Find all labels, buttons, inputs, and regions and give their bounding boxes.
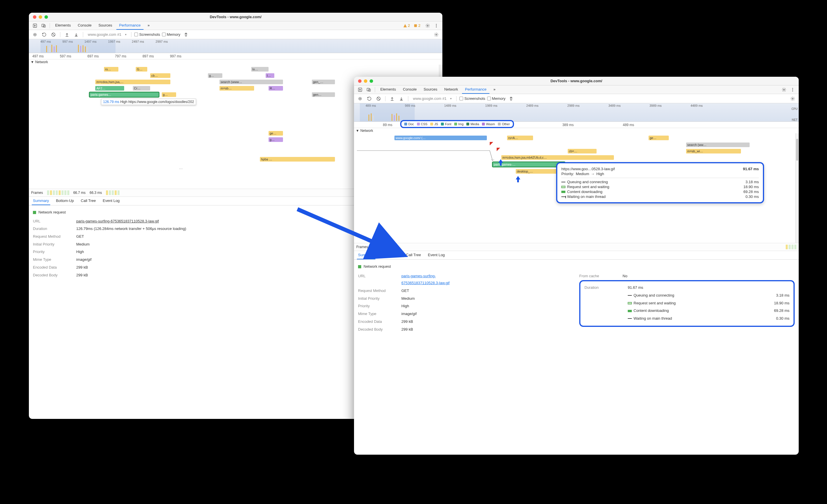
close-icon[interactable] bbox=[33, 15, 36, 19]
issues-badge[interactable]: 2 bbox=[414, 23, 421, 28]
recording-select[interactable]: www.google.com #1 bbox=[411, 96, 453, 101]
tab-eventlog[interactable]: Event Log bbox=[102, 197, 121, 205]
settings-icon[interactable] bbox=[424, 22, 431, 30]
memory-checkbox[interactable]: Memory bbox=[162, 32, 181, 37]
titlebar[interactable]: DevTools - www.google.com/ bbox=[29, 13, 442, 21]
tab-bottomup[interactable]: Bottom-Up bbox=[55, 197, 75, 205]
flame-bar[interactable]: m=sb… bbox=[220, 86, 254, 91]
flame-bar[interactable]: AF2… bbox=[95, 86, 124, 91]
tab-elements[interactable]: Elements bbox=[52, 21, 74, 30]
zoom-icon[interactable] bbox=[44, 15, 48, 19]
clear-icon[interactable] bbox=[375, 95, 382, 102]
minimize-icon[interactable] bbox=[364, 79, 367, 83]
flame-bar[interactable]: lo… bbox=[251, 67, 269, 71]
flame-bar[interactable]: g… bbox=[269, 137, 283, 142]
flame-bar[interactable]: cb=… bbox=[568, 149, 596, 154]
tab-elements[interactable]: Elements bbox=[377, 86, 399, 94]
kebab-icon[interactable] bbox=[789, 86, 796, 94]
tab-sources[interactable]: Sources bbox=[96, 21, 115, 30]
more-tabs-icon[interactable]: » bbox=[145, 21, 152, 30]
minimize-icon[interactable] bbox=[39, 15, 42, 19]
clear-icon[interactable] bbox=[50, 31, 57, 38]
upload-icon[interactable] bbox=[388, 95, 396, 102]
annotation-arrow-icon bbox=[295, 206, 416, 264]
tab-summary[interactable]: Summary bbox=[32, 197, 50, 205]
panel-tabs: Elements Console Sources Network Perform… bbox=[354, 86, 799, 94]
flame-bar-selected[interactable]: paris-games-… bbox=[493, 162, 565, 167]
tab-console[interactable]: Console bbox=[400, 86, 420, 94]
ellipsis-indicator: … bbox=[179, 166, 183, 170]
recording-select[interactable]: www.google.com #1 bbox=[86, 32, 128, 37]
flame-bar[interactable]: gen_… bbox=[312, 79, 335, 84]
flame-bar[interactable]: cb… bbox=[150, 73, 171, 78]
vertical-scrollbar[interactable] bbox=[795, 133, 799, 243]
inspect-icon[interactable] bbox=[356, 86, 364, 94]
flame-bar-selected[interactable]: paris-games… bbox=[90, 92, 159, 97]
flame-bar[interactable]: m=sb_wi… bbox=[686, 149, 741, 154]
flame-bar[interactable]: g… bbox=[208, 73, 222, 78]
reload-record-icon[interactable] bbox=[366, 95, 373, 102]
upload-icon[interactable] bbox=[63, 31, 71, 38]
tab-sources[interactable]: Sources bbox=[421, 86, 440, 94]
settings-icon[interactable] bbox=[780, 86, 788, 94]
gc-icon[interactable] bbox=[182, 31, 190, 38]
network-track-header[interactable]: ▼ Network bbox=[29, 59, 50, 65]
tab-network[interactable]: Network bbox=[441, 86, 461, 94]
request-url-link[interactable]: paris-games-surfing-6753651837110528.3-l… bbox=[76, 218, 159, 225]
tab-eventlog[interactable]: Event Log bbox=[427, 251, 446, 259]
overview-timeline[interactable]: 497 ms 997 ms 1497 ms 1997 ms 2497 ms 29… bbox=[29, 39, 442, 53]
record-icon[interactable] bbox=[356, 95, 364, 102]
reload-record-icon[interactable] bbox=[40, 31, 48, 38]
flame-bar[interactable]: m=cdos,hsm,jsa,mb4ZUb,d,c… bbox=[501, 155, 614, 160]
frames-track[interactable]: Frames bbox=[354, 243, 799, 251]
flame-bar[interactable]: G… bbox=[136, 67, 147, 71]
flame-bar[interactable]: I… bbox=[266, 73, 274, 78]
device-toggle-icon[interactable] bbox=[40, 22, 47, 30]
flame-bar[interactable]: gen… bbox=[312, 92, 335, 97]
flame-bar[interactable]: search (www… bbox=[220, 79, 283, 84]
flame-bar[interactable]: R… bbox=[269, 86, 283, 91]
svg-rect-3 bbox=[414, 24, 417, 27]
more-tabs-icon[interactable]: » bbox=[491, 86, 498, 94]
warnings-badge[interactable]: 2 bbox=[403, 23, 410, 28]
tab-console[interactable]: Console bbox=[75, 21, 94, 30]
flame-bar[interactable]: rs=A… bbox=[507, 135, 533, 140]
flame-bar[interactable]: search (ww… bbox=[686, 143, 749, 147]
network-flamechart[interactable]: www.google.com/ (… rs=A… ge… cb=… search… bbox=[354, 133, 799, 243]
titlebar[interactable]: DevTools - www.google.com/ bbox=[354, 77, 799, 86]
hover-tooltip: 126.79 ms High https://www.google.com/lo… bbox=[101, 99, 196, 105]
kebab-icon[interactable] bbox=[433, 22, 440, 30]
flame-bar[interactable]: m=cdos,hsm,jsa,… bbox=[95, 79, 171, 84]
perf-settings-icon[interactable] bbox=[433, 31, 440, 38]
tab-performance[interactable]: Performance bbox=[462, 86, 489, 94]
flame-bar[interactable]: ge… bbox=[269, 131, 283, 135]
flame-bar[interactable]: Cr… bbox=[133, 86, 150, 91]
flame-bar[interactable]: ge… bbox=[648, 135, 669, 140]
gc-icon[interactable] bbox=[507, 95, 515, 102]
zoom-icon[interactable] bbox=[370, 79, 373, 83]
perf-settings-icon[interactable] bbox=[789, 95, 796, 102]
inspect-icon[interactable] bbox=[31, 22, 39, 30]
device-toggle-icon[interactable] bbox=[365, 86, 373, 94]
request-url-link[interactable]: paris-games-surfing-6753651837110528.3-l… bbox=[401, 274, 450, 285]
flame-bar[interactable]: hpba … bbox=[260, 157, 335, 162]
tab-performance[interactable]: Performance bbox=[116, 21, 144, 30]
svg-point-5 bbox=[436, 24, 437, 25]
time-ruler[interactable]: 497 ms 597 ms 697 ms 797 ms 897 ms 997 m… bbox=[29, 53, 442, 59]
tab-calltree[interactable]: Call Tree bbox=[80, 197, 97, 205]
network-track-header[interactable]: ▼ Network bbox=[354, 128, 375, 133]
memory-checkbox[interactable]: Memory bbox=[487, 96, 505, 101]
svg-point-22 bbox=[792, 98, 793, 99]
screenshots-checkbox[interactable]: Screenshots bbox=[134, 32, 160, 37]
request-hover-card: https://www.goo…0528.3-law.gif 91.67 ms … bbox=[556, 162, 764, 204]
close-icon[interactable] bbox=[358, 79, 361, 83]
cpu-label: CPU bbox=[791, 107, 797, 111]
overview-timeline[interactable]: 489 ms 989 ms 1489 ms 1989 ms 2489 ms 29… bbox=[354, 103, 799, 122]
flame-bar[interactable]: g… bbox=[162, 92, 176, 97]
record-icon[interactable] bbox=[31, 31, 39, 38]
flame-bar[interactable]: rs… bbox=[104, 67, 118, 71]
flame-bar[interactable]: www.google.com/ (… bbox=[394, 135, 487, 140]
download-icon[interactable] bbox=[398, 95, 405, 102]
download-icon[interactable] bbox=[72, 31, 80, 38]
screenshots-checkbox[interactable]: Screenshots bbox=[459, 96, 485, 101]
